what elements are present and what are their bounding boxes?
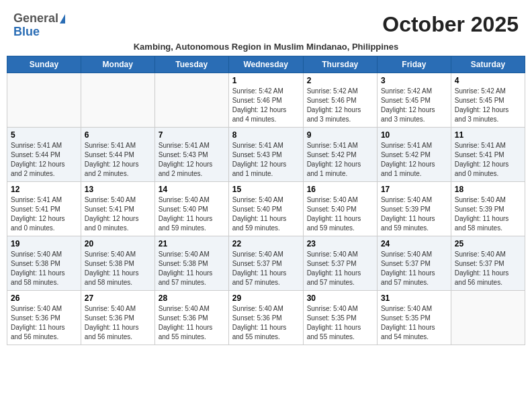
calendar-cell: 11Sunrise: 5:41 AMSunset: 5:41 PMDayligh…: [451, 127, 525, 181]
day-of-week-header: Monday: [81, 56, 154, 73]
cell-info: Sunrise: 5:40 AMSunset: 5:37 PMDaylight:…: [455, 250, 521, 287]
calendar-cell: 13Sunrise: 5:40 AMSunset: 5:41 PMDayligh…: [81, 181, 154, 236]
day-number: 15: [232, 185, 300, 194]
day-number: 23: [307, 239, 373, 248]
day-number: 18: [455, 185, 521, 194]
month-title: October 2025: [382, 12, 519, 37]
cell-info: Sunrise: 5:40 AMSunset: 5:35 PMDaylight:…: [381, 304, 447, 342]
day-number: 14: [159, 185, 225, 194]
calendar-cell: 27Sunrise: 5:40 AMSunset: 5:36 PMDayligh…: [81, 290, 154, 345]
cell-info: Sunrise: 5:42 AMSunset: 5:46 PMDaylight:…: [307, 87, 373, 124]
cell-info: Sunrise: 5:40 AMSunset: 5:40 PMDaylight:…: [232, 195, 300, 233]
calendar-cell: 16Sunrise: 5:40 AMSunset: 5:40 PMDayligh…: [303, 181, 377, 236]
calendar-cell: 1Sunrise: 5:42 AMSunset: 5:46 PMDaylight…: [228, 73, 303, 127]
calendar-cell: 15Sunrise: 5:40 AMSunset: 5:40 PMDayligh…: [228, 181, 303, 236]
cell-info: Sunrise: 5:41 AMSunset: 5:41 PMDaylight:…: [11, 195, 77, 233]
calendar-cell: 23Sunrise: 5:40 AMSunset: 5:37 PMDayligh…: [303, 236, 377, 290]
day-number: 1: [232, 76, 300, 85]
calendar-cell: 9Sunrise: 5:41 AMSunset: 5:42 PMDaylight…: [303, 127, 377, 181]
day-number: 20: [85, 239, 151, 248]
calendar-table: SundayMondayTuesdayWednesdayThursdayFrid…: [7, 56, 525, 345]
cell-info: Sunrise: 5:40 AMSunset: 5:40 PMDaylight:…: [307, 195, 373, 233]
day-number: 13: [85, 185, 151, 194]
cell-info: Sunrise: 5:41 AMSunset: 5:42 PMDaylight:…: [381, 141, 447, 179]
cell-info: Sunrise: 5:40 AMSunset: 5:39 PMDaylight:…: [381, 195, 447, 233]
calendar-week-row: 19Sunrise: 5:40 AMSunset: 5:38 PMDayligh…: [7, 236, 525, 290]
cell-info: Sunrise: 5:40 AMSunset: 5:36 PMDaylight:…: [11, 304, 77, 342]
cell-info: Sunrise: 5:41 AMSunset: 5:43 PMDaylight:…: [159, 141, 225, 179]
cell-info: Sunrise: 5:40 AMSunset: 5:36 PMDaylight:…: [85, 304, 151, 342]
cell-info: Sunrise: 5:40 AMSunset: 5:38 PMDaylight:…: [159, 250, 225, 287]
calendar-cell: 22Sunrise: 5:40 AMSunset: 5:37 PMDayligh…: [228, 236, 303, 290]
day-number: 2: [307, 76, 373, 85]
logo-triangle-icon: [60, 14, 65, 24]
subtitle: Kambing, Autonomous Region in Muslim Min…: [7, 42, 525, 52]
cell-info: Sunrise: 5:40 AMSunset: 5:40 PMDaylight:…: [159, 195, 225, 233]
day-of-week-header: Sunday: [7, 56, 81, 73]
calendar-week-row: 5Sunrise: 5:41 AMSunset: 5:44 PMDaylight…: [7, 127, 525, 181]
calendar-cell: 10Sunrise: 5:41 AMSunset: 5:42 PMDayligh…: [377, 127, 451, 181]
cell-info: Sunrise: 5:40 AMSunset: 5:41 PMDaylight:…: [85, 195, 151, 233]
cell-info: Sunrise: 5:42 AMSunset: 5:45 PMDaylight:…: [455, 87, 521, 124]
calendar-cell: 25Sunrise: 5:40 AMSunset: 5:37 PMDayligh…: [451, 236, 525, 290]
day-number: 5: [11, 130, 77, 140]
day-number: 4: [455, 76, 521, 85]
calendar-cell: 29Sunrise: 5:40 AMSunset: 5:36 PMDayligh…: [228, 290, 303, 345]
cell-info: Sunrise: 5:42 AMSunset: 5:45 PMDaylight:…: [381, 87, 447, 124]
calendar-week-row: 12Sunrise: 5:41 AMSunset: 5:41 PMDayligh…: [7, 181, 525, 236]
calendar-cell: 14Sunrise: 5:40 AMSunset: 5:40 PMDayligh…: [154, 181, 228, 236]
day-number: 7: [159, 130, 225, 140]
calendar-week-row: 26Sunrise: 5:40 AMSunset: 5:36 PMDayligh…: [7, 290, 525, 345]
day-number: 9: [307, 130, 373, 140]
cell-info: Sunrise: 5:41 AMSunset: 5:43 PMDaylight:…: [232, 141, 300, 179]
cell-info: Sunrise: 5:42 AMSunset: 5:46 PMDaylight:…: [232, 87, 300, 124]
day-number: 30: [307, 293, 373, 303]
day-number: 31: [381, 293, 447, 303]
calendar-cell: 5Sunrise: 5:41 AMSunset: 5:44 PMDaylight…: [7, 127, 81, 181]
cell-info: Sunrise: 5:40 AMSunset: 5:36 PMDaylight:…: [159, 304, 225, 342]
calendar-cell: 3Sunrise: 5:42 AMSunset: 5:45 PMDaylight…: [377, 73, 451, 127]
day-number: 17: [381, 185, 447, 194]
calendar-cell: 26Sunrise: 5:40 AMSunset: 5:36 PMDayligh…: [7, 290, 81, 345]
calendar-cell: 19Sunrise: 5:40 AMSunset: 5:38 PMDayligh…: [7, 236, 81, 290]
day-number: 3: [381, 76, 447, 85]
cell-info: Sunrise: 5:40 AMSunset: 5:35 PMDaylight:…: [307, 304, 373, 342]
calendar-cell: 20Sunrise: 5:40 AMSunset: 5:38 PMDayligh…: [81, 236, 154, 290]
calendar-cell: 4Sunrise: 5:42 AMSunset: 5:45 PMDaylight…: [451, 73, 525, 127]
day-of-week-header: Wednesday: [228, 56, 303, 73]
calendar-cell: 18Sunrise: 5:40 AMSunset: 5:39 PMDayligh…: [451, 181, 525, 236]
calendar-cell: 21Sunrise: 5:40 AMSunset: 5:38 PMDayligh…: [154, 236, 228, 290]
logo: General Blue: [13, 12, 65, 39]
calendar-cell: [81, 73, 154, 127]
day-number: 19: [11, 239, 77, 248]
day-number: 28: [159, 293, 225, 303]
calendar-cell: 8Sunrise: 5:41 AMSunset: 5:43 PMDaylight…: [228, 127, 303, 181]
cell-info: Sunrise: 5:40 AMSunset: 5:37 PMDaylight:…: [307, 250, 373, 287]
page-header: General Blue October 2025: [7, 7, 525, 42]
cell-info: Sunrise: 5:41 AMSunset: 5:44 PMDaylight:…: [85, 141, 151, 179]
cell-info: Sunrise: 5:40 AMSunset: 5:37 PMDaylight:…: [381, 250, 447, 287]
day-number: 10: [381, 130, 447, 140]
cell-info: Sunrise: 5:41 AMSunset: 5:41 PMDaylight:…: [455, 141, 521, 179]
calendar-header-row: SundayMondayTuesdayWednesdayThursdayFrid…: [7, 56, 525, 73]
calendar-cell: [154, 73, 228, 127]
calendar-cell: 30Sunrise: 5:40 AMSunset: 5:35 PMDayligh…: [303, 290, 377, 345]
day-number: 6: [85, 130, 151, 140]
calendar-cell: 31Sunrise: 5:40 AMSunset: 5:35 PMDayligh…: [377, 290, 451, 345]
calendar-cell: [451, 290, 525, 345]
cell-info: Sunrise: 5:41 AMSunset: 5:44 PMDaylight:…: [11, 141, 77, 179]
calendar-cell: 6Sunrise: 5:41 AMSunset: 5:44 PMDaylight…: [81, 127, 154, 181]
day-number: 11: [455, 130, 521, 140]
calendar-cell: 17Sunrise: 5:40 AMSunset: 5:39 PMDayligh…: [377, 181, 451, 236]
calendar-cell: 7Sunrise: 5:41 AMSunset: 5:43 PMDaylight…: [154, 127, 228, 181]
calendar-week-row: 1Sunrise: 5:42 AMSunset: 5:46 PMDaylight…: [7, 73, 525, 127]
day-number: 24: [381, 239, 447, 248]
calendar-cell: 12Sunrise: 5:41 AMSunset: 5:41 PMDayligh…: [7, 181, 81, 236]
day-of-week-header: Thursday: [303, 56, 377, 73]
cell-info: Sunrise: 5:40 AMSunset: 5:37 PMDaylight:…: [232, 250, 300, 287]
day-number: 22: [232, 239, 300, 248]
cell-info: Sunrise: 5:40 AMSunset: 5:36 PMDaylight:…: [232, 304, 300, 342]
calendar-cell: [7, 73, 81, 127]
cell-info: Sunrise: 5:40 AMSunset: 5:38 PMDaylight:…: [11, 250, 77, 287]
logo-blue-text: Blue: [13, 26, 65, 39]
